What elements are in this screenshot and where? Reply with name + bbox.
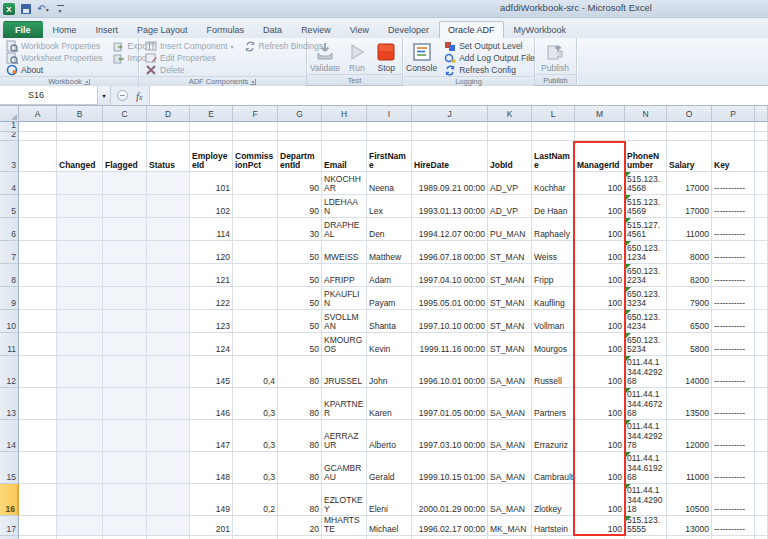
cell-M12[interactable]: 100 xyxy=(575,356,625,388)
cell-P15[interactable]: ----------- xyxy=(712,452,755,484)
cell-N10[interactable]: 650.123.4234 xyxy=(625,310,667,333)
cell-K17[interactable]: MK_MAN xyxy=(488,516,532,536)
cell-D17[interactable] xyxy=(147,516,190,536)
cell-J10[interactable]: 1997.10.10 00:00 xyxy=(412,310,488,333)
cell-F1[interactable] xyxy=(233,122,278,132)
cell-A17[interactable] xyxy=(19,516,57,536)
cell-A12[interactable] xyxy=(19,356,57,388)
cell-L5[interactable]: De Haan xyxy=(532,195,575,218)
cell-F14[interactable]: 0,3 xyxy=(233,420,278,452)
qat-customize-icon[interactable]: ▾ xyxy=(53,2,67,16)
tab-oracle-adf[interactable]: Oracle ADF xyxy=(439,21,504,38)
cell-P5[interactable]: ----------- xyxy=(712,195,755,218)
cell-L8[interactable]: Fripp xyxy=(532,264,575,287)
cell-L11[interactable]: Mourgos xyxy=(532,333,575,356)
cell-N4[interactable]: 515.123.4568 xyxy=(625,172,667,195)
cell-N3[interactable]: PhoneNumber xyxy=(625,141,667,172)
cell-B3[interactable]: Changed xyxy=(57,141,103,172)
cell-N7[interactable]: 650.123.1234 xyxy=(625,241,667,264)
cell-E17[interactable]: 201 xyxy=(190,516,233,536)
cell-A10[interactable] xyxy=(19,310,57,333)
workbook-properties-button[interactable]: Workbook Properties xyxy=(3,40,106,52)
cell-C1[interactable] xyxy=(103,122,147,132)
excel-logo-icon[interactable]: X xyxy=(2,2,16,16)
cell-O6[interactable]: 11000 xyxy=(667,218,712,241)
cell-E3[interactable]: EmployeeId xyxy=(190,141,233,172)
cell-J1[interactable] xyxy=(412,122,488,132)
cell-P4[interactable]: ----------- xyxy=(712,172,755,195)
cell-G2[interactable] xyxy=(278,132,322,141)
dialog-launcher-icon[interactable] xyxy=(84,79,90,85)
tab-file[interactable]: File xyxy=(3,21,43,38)
cell-B10[interactable] xyxy=(57,310,103,333)
cell-N14[interactable]: 011.44.1344.429278 xyxy=(625,420,667,452)
cell-D10[interactable] xyxy=(147,310,190,333)
cell-A14[interactable] xyxy=(19,420,57,452)
cell-M17[interactable]: 100 xyxy=(575,516,625,536)
undo-icon[interactable]: ↶▾ xyxy=(36,2,50,16)
row-header-2[interactable]: 2 xyxy=(0,132,19,141)
cell-C10[interactable] xyxy=(103,310,147,333)
cell-J12[interactable]: 1996.10.01 00:00 xyxy=(412,356,488,388)
tab-formulas[interactable]: Formulas xyxy=(198,21,254,38)
cell-J11[interactable]: 1999.11.16 00:00 xyxy=(412,333,488,356)
cell-A2[interactable] xyxy=(19,132,57,141)
cell-O15[interactable]: 11000 xyxy=(667,452,712,484)
cell-P16[interactable]: ----------- xyxy=(712,484,755,516)
cell-O12[interactable]: 14000 xyxy=(667,356,712,388)
cell-C4[interactable] xyxy=(103,172,147,195)
cell-H11[interactable]: KMOURGOS xyxy=(322,333,367,356)
cell-P9[interactable]: ----------- xyxy=(712,287,755,310)
cell-I4[interactable]: Neena xyxy=(367,172,412,195)
cell-P2[interactable] xyxy=(712,132,755,141)
cell-E6[interactable]: 114 xyxy=(190,218,233,241)
row-header-17[interactable]: 17 xyxy=(0,516,19,536)
cell-F17[interactable] xyxy=(233,516,278,536)
cell-A9[interactable] xyxy=(19,287,57,310)
cell-A5[interactable] xyxy=(19,195,57,218)
cell-O9[interactable]: 7900 xyxy=(667,287,712,310)
cell-A4[interactable] xyxy=(19,172,57,195)
cell-J4[interactable]: 1989.09.21 00:00 xyxy=(412,172,488,195)
cell-F5[interactable] xyxy=(233,195,278,218)
cell-H5[interactable]: LDEHAAN xyxy=(322,195,367,218)
cell-F13[interactable]: 0,3 xyxy=(233,388,278,420)
column-header-K[interactable]: K xyxy=(488,106,532,122)
cell-L12[interactable]: Russell xyxy=(532,356,575,388)
cell-N5[interactable]: 515.123.4569 xyxy=(625,195,667,218)
cell-D11[interactable] xyxy=(147,333,190,356)
cell-M3[interactable]: ManagerId xyxy=(575,141,625,172)
cell-L9[interactable]: Kaufling xyxy=(532,287,575,310)
cell-C7[interactable] xyxy=(103,241,147,264)
cell-F6[interactable] xyxy=(233,218,278,241)
cell-L4[interactable]: Kochhar xyxy=(532,172,575,195)
tab-home[interactable]: Home xyxy=(44,21,86,38)
cell-B6[interactable] xyxy=(57,218,103,241)
cell-G9[interactable]: 50 xyxy=(278,287,322,310)
cell-I17[interactable]: Michael xyxy=(367,516,412,536)
cell-F2[interactable] xyxy=(233,132,278,141)
cell-M2[interactable] xyxy=(575,132,625,141)
cell-H16[interactable]: EZLOTKEY xyxy=(322,484,367,516)
cell-M5[interactable]: 100 xyxy=(575,195,625,218)
tab-developer[interactable]: Developer xyxy=(379,21,438,38)
column-header-P[interactable]: P xyxy=(712,106,755,122)
cell-F11[interactable] xyxy=(233,333,278,356)
cell-B1[interactable] xyxy=(57,122,103,132)
cell-C11[interactable] xyxy=(103,333,147,356)
cell-K11[interactable]: ST_MAN xyxy=(488,333,532,356)
cell-B16[interactable] xyxy=(57,484,103,516)
cell-C14[interactable] xyxy=(103,420,147,452)
cell-K4[interactable]: AD_VP xyxy=(488,172,532,195)
cell-I5[interactable]: Lex xyxy=(367,195,412,218)
column-header-D[interactable]: D xyxy=(147,106,190,122)
row-header-12[interactable]: 12 xyxy=(0,356,19,388)
cell-E9[interactable]: 122 xyxy=(190,287,233,310)
cell-D9[interactable] xyxy=(147,287,190,310)
tab-data[interactable]: Data xyxy=(254,21,291,38)
cell-J17[interactable]: 1996.02.17 00:00 xyxy=(412,516,488,536)
column-header-L[interactable]: L xyxy=(532,106,575,122)
worksheet-properties-button[interactable]: Worksheet Properties xyxy=(3,52,106,64)
cell-B17[interactable] xyxy=(57,516,103,536)
cell-L13[interactable]: Partners xyxy=(532,388,575,420)
